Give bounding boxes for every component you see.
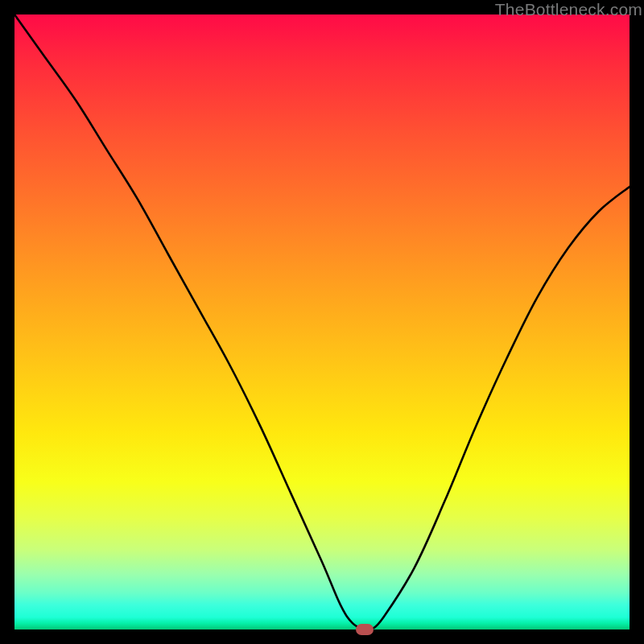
optimal-point-marker xyxy=(356,624,374,635)
chart-frame: TheBottleneck.com xyxy=(0,0,644,644)
plot-area xyxy=(14,14,630,630)
watermark-text: TheBottleneck.com xyxy=(495,0,642,19)
bottleneck-curve xyxy=(14,14,630,630)
